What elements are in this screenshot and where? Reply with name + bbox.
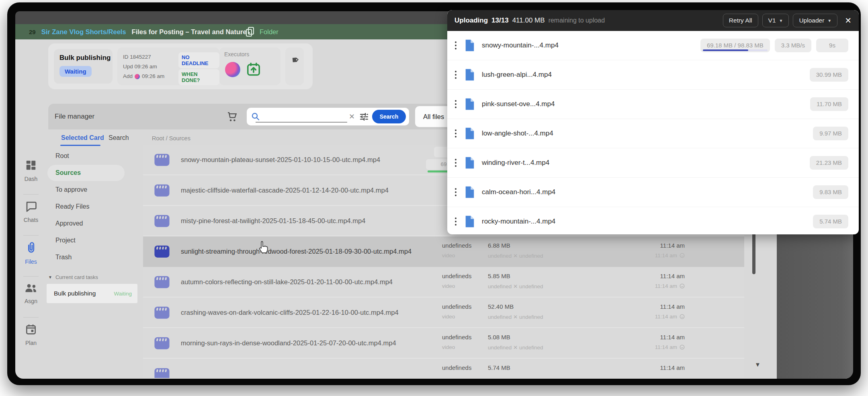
sidebar-divider (23, 276, 39, 277)
file-manager-toolbar: File manager ✕ Search All files (48, 104, 450, 129)
screenshot-stage: 29 Sir Zane Vlog Shorts/Reels Files for … (0, 0, 868, 396)
tab-active-underline (60, 145, 100, 146)
file-doc-icon (464, 39, 475, 52)
search-icon (251, 112, 260, 123)
sidebar-divider (23, 235, 39, 236)
uploading-count: 13/13 (491, 16, 509, 25)
sidebar-item-files[interactable]: Files (15, 241, 47, 265)
list-scrollbar-thumb[interactable] (752, 230, 755, 274)
upload-row[interactable]: pink-sunset-ove...4.mp4 11.70 MB (447, 90, 859, 119)
schedule-upload-icon[interactable] (246, 62, 261, 79)
task-card-panel: Bulk publishing Waiting ID 1845227 Upd 0… (48, 43, 313, 89)
upload-file-list: snowy-mountain-...4.mp4 69.18 MB / 98.83… (447, 31, 859, 234)
search-button[interactable]: Search (372, 110, 406, 123)
folder-switch[interactable]: Folder (245, 24, 278, 39)
file-row[interactable]: autumn-colors-reflecting-on-still-lake-2… (143, 267, 744, 298)
task-id: ID 1845227 (123, 52, 164, 62)
sidebar-item-chats[interactable]: Chats (15, 200, 47, 223)
status-badge: Waiting (59, 66, 92, 77)
file-dims: undefined ✕ undefined (488, 252, 543, 259)
app-window: 29 Sir Zane Vlog Shorts/Reels Files for … (7, 2, 861, 385)
task-title: Bulk publishing (59, 54, 111, 62)
tag-icon (291, 56, 298, 65)
cart-icon[interactable] (226, 111, 237, 124)
sidebar-divider (23, 194, 39, 195)
upload-row[interactable]: winding-river-t...4.mp4 21.23 MB (447, 148, 859, 178)
nav-item-sources[interactable]: Sources (47, 165, 125, 181)
scroll-down-arrow[interactable]: ▼ (755, 361, 761, 368)
sidebar-item-label: Chats (24, 217, 39, 223)
task-card[interactable]: Bulk publishing Waiting (54, 49, 113, 84)
nav-item-approved[interactable]: Approved (47, 215, 125, 232)
sidebar-item-plan[interactable]: Plan (15, 323, 47, 346)
chevron-down-icon: ▼ (827, 18, 831, 23)
clear-search-icon[interactable]: ✕ (349, 112, 355, 121)
sidebar-item-dash[interactable]: Dash (15, 159, 47, 182)
task-updated: Upd 09:26 am (123, 62, 164, 72)
file-doc-icon (464, 186, 475, 199)
chevron-down-icon: ▼ (779, 18, 783, 23)
upload-row[interactable]: calm-ocean-hori...4.mp4 9.83 MB (447, 178, 859, 207)
file-time: 11:14 am (624, 242, 685, 249)
nav-item-root[interactable]: Root (47, 148, 125, 164)
video-file-icon (154, 243, 170, 259)
upload-dialog: Uploading 13/13 411.00 MB remaining to u… (447, 10, 859, 234)
size-badge: 5.74 MB (813, 215, 848, 228)
dashboard-icon (25, 159, 37, 173)
upload-row[interactable]: low-angle-shot-...4.mp4 9.97 MB (447, 119, 859, 148)
file-row[interactable]: morning-sun-rays-in-dense-woodland-2025-… (143, 328, 744, 359)
kebab-menu-icon[interactable] (453, 70, 459, 80)
kebab-menu-icon[interactable] (453, 217, 459, 226)
nav-item-ready-files[interactable]: Ready Files (47, 199, 125, 215)
video-file-icon (154, 152, 170, 168)
tab-selected-card[interactable]: Selected Card (61, 134, 104, 142)
kebab-menu-icon[interactable] (453, 129, 459, 138)
page-title: Files for Posting – Travel and Nature (132, 28, 247, 36)
upload-row[interactable]: snowy-mountain-...4.mp4 69.18 MB / 98.83… (447, 31, 859, 60)
remaining-label: remaining to upload (549, 17, 605, 24)
retry-all-button[interactable]: Retry All (723, 14, 758, 27)
people-icon (25, 282, 37, 295)
file-manager-title: File manager (55, 104, 94, 129)
nav-item-to-approve[interactable]: To approve (47, 182, 125, 198)
board-link[interactable]: Sir Zane Vlog Shorts/Reels (41, 28, 126, 36)
executor-avatar[interactable] (225, 62, 240, 77)
close-icon[interactable]: ✕ (845, 16, 852, 25)
sidebar-item-asgn[interactable]: Asgn (15, 282, 47, 304)
file-doc-icon (464, 98, 475, 111)
nav-task-bulk-publishing[interactable]: Bulk publishing Waiting (47, 284, 137, 303)
file-row-partial[interactable]: undefineds 5.74 MB 11:14 am (143, 359, 744, 378)
upload-row[interactable]: rocky-mountain-...4.mp4 5.74 MB (447, 207, 859, 234)
executors-label: Executors (224, 51, 249, 57)
file-doc-icon (464, 127, 475, 140)
file-doc-icon (464, 215, 475, 228)
speed-badge: 3.3 MB/s (775, 39, 811, 52)
filter-tune-icon[interactable] (359, 112, 369, 123)
file-type-sub: video (442, 252, 471, 259)
version-dropdown[interactable]: V1▼ (762, 14, 789, 27)
tab-search[interactable]: Search (108, 134, 129, 142)
tags-card[interactable] (285, 47, 304, 85)
breadcrumb: 29 Sir Zane Vlog Shorts/Reels Files for … (29, 24, 247, 39)
progress-bar-fill (703, 49, 748, 51)
task-status: Waiting (114, 291, 132, 297)
when-done-chip[interactable]: WHEN DONE? (178, 69, 219, 85)
file-row-hovered[interactable]: sunlight-streaming-through-redwood-fores… (143, 236, 744, 267)
kebab-menu-icon[interactable] (453, 158, 459, 168)
file-row[interactable]: crashing-waves-on-dark-volcanic-cliffs-2… (143, 298, 744, 328)
size-badge: 11.70 MB (810, 97, 848, 111)
file-type: undefineds (442, 242, 471, 249)
uploading-total: 411.00 MB (512, 16, 545, 25)
current-card-tasks-header[interactable]: ▼ Current card tasks (48, 274, 98, 280)
folder-label: Folder (260, 28, 278, 36)
kebab-menu-icon[interactable] (453, 99, 459, 109)
nav-item-project[interactable]: Project (47, 232, 125, 248)
kebab-menu-icon[interactable] (453, 41, 459, 50)
progress-badge: 69.18 MB / 98.83 MB (700, 39, 770, 52)
kebab-menu-icon[interactable] (453, 187, 459, 197)
search-box: ✕ Search (247, 108, 409, 125)
no-deadline-chip[interactable]: NO DEADLINE (178, 52, 219, 68)
uploader-dropdown[interactable]: Uploader▼ (793, 14, 837, 27)
upload-row[interactable]: lush-green-alpi...4.mp4 30.99 MB (447, 60, 859, 90)
nav-item-trash[interactable]: Trash (47, 249, 125, 265)
